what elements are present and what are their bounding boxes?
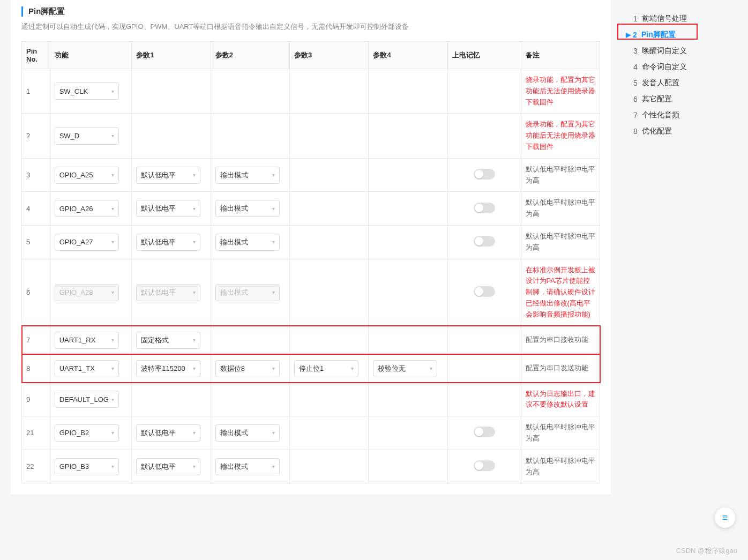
chevron-down-icon: ▾ — [193, 172, 196, 178]
chevron-down-icon: ▾ — [193, 430, 196, 436]
toc-item-5[interactable]: 5发音人配置 — [626, 75, 718, 91]
toc-item-4[interactable]: 4命令词自定义 — [626, 59, 718, 75]
toc-sidebar: 1前端信号处理▶2Pin脚配置3唤醒词自定义4命令词自定义5发音人配置6其它配置… — [611, 0, 718, 494]
chevron-down-icon: ▾ — [111, 289, 114, 295]
th-memory: 上电记忆 — [447, 42, 521, 69]
chevron-down-icon: ▾ — [111, 172, 114, 178]
param2-select[interactable]: 输出模式▾ — [215, 424, 280, 442]
toc-num: 2 — [633, 31, 641, 39]
pin-no-cell: 21 — [22, 416, 50, 450]
toc-label: 唤醒词自定义 — [642, 46, 687, 56]
toc-label: 其它配置 — [642, 94, 672, 104]
pin-no-cell: 9 — [22, 383, 50, 416]
param2-select[interactable]: 输出模式▾ — [215, 167, 280, 184]
note-cell: 默认低电平时脉冲电平为高 — [521, 416, 600, 450]
chevron-down-icon: ▾ — [272, 464, 275, 469]
table-row: 6GPIO_A28▾默认低电平▾输出模式▾在标准示例开发板上被设计为PA芯片使能… — [22, 259, 600, 326]
param1-select[interactable]: 默认低电平▾ — [136, 167, 200, 184]
toc-num: 6 — [633, 95, 642, 103]
memory-toggle[interactable] — [474, 203, 495, 213]
memory-toggle[interactable] — [474, 236, 495, 247]
pin-no-cell: 7 — [22, 326, 50, 354]
toc-item-7[interactable]: 7个性化音频 — [626, 107, 718, 123]
note-cell: 默认低电平时脉冲电平为高 — [521, 192, 600, 226]
chevron-down-icon: ▾ — [111, 397, 114, 402]
param1-select[interactable]: 默认低电平▾ — [136, 458, 200, 475]
func-select[interactable]: GPIO_B2▾ — [55, 424, 119, 442]
table-row: 3GPIO_A25▾默认低电平▾输出模式▾默认低电平时脉冲电平为高 — [22, 158, 600, 192]
func-select[interactable]: SW_D▾ — [55, 128, 119, 145]
func-select[interactable]: SW_CLK▾ — [55, 83, 119, 100]
chevron-down-icon: ▾ — [111, 365, 114, 371]
chevron-down-icon: ▾ — [272, 289, 275, 295]
toc-item-3[interactable]: 3唤醒词自定义 — [626, 43, 718, 59]
param3-select[interactable]: 停止位1▾ — [294, 360, 358, 377]
param1-select: 默认低电平▾ — [136, 284, 200, 301]
pin-no-cell: 6 — [22, 259, 50, 326]
param2-select[interactable]: 数据位8▾ — [215, 360, 280, 377]
pin-no-cell: 4 — [22, 192, 50, 226]
chevron-down-icon: ▾ — [272, 430, 275, 436]
param1-select[interactable]: 波特率115200▾ — [136, 360, 200, 377]
chevron-down-icon: ▾ — [111, 133, 114, 139]
toc-item-2[interactable]: ▶2Pin脚配置 — [626, 27, 718, 43]
chevron-down-icon: ▾ — [111, 464, 114, 469]
toc-item-1[interactable]: 1前端信号处理 — [626, 11, 718, 27]
note-cell: 默认低电平时脉冲电平为高 — [521, 225, 600, 259]
chevron-down-icon: ▾ — [351, 365, 354, 371]
toc-num: 1 — [633, 14, 642, 23]
toc-num: 3 — [633, 47, 642, 55]
table-row: 22GPIO_B3▾默认低电平▾输出模式▾默认低电平时脉冲电平为高 — [22, 450, 600, 483]
chevron-down-icon: ▾ — [193, 239, 196, 245]
func-select[interactable]: GPIO_A25▾ — [55, 167, 119, 184]
pin-no-cell: 8 — [22, 354, 50, 383]
th-p3: 参数3 — [290, 42, 369, 69]
param1-select[interactable]: 默认低电平▾ — [136, 234, 200, 251]
chevron-down-icon: ▾ — [193, 337, 196, 343]
func-select[interactable]: GPIO_B3▾ — [55, 458, 119, 475]
param2-select: 输出模式▾ — [215, 284, 280, 301]
func-select[interactable]: UART1_TX▾ — [55, 360, 119, 377]
toc-num: 4 — [633, 63, 642, 71]
table-row: 7UART1_RX▾固定格式▾配置为串口接收功能 — [22, 326, 600, 354]
section-description: 通过定制可以自动生成代码，实现GPIO、PWM、UART等端口根据语音指令输出自… — [21, 22, 600, 32]
toc-item-8[interactable]: 8优化配置 — [626, 123, 718, 139]
chevron-down-icon: ▾ — [111, 430, 114, 436]
memory-toggle[interactable] — [474, 427, 495, 437]
th-p1: 参数1 — [132, 42, 211, 69]
memory-toggle[interactable] — [474, 460, 495, 471]
chevron-down-icon: ▾ — [193, 289, 196, 295]
func-select[interactable]: DEFAULT_LOG▾ — [55, 391, 119, 408]
func-select[interactable]: GPIO_A27▾ — [55, 234, 119, 251]
param1-select[interactable]: 固定格式▾ — [136, 332, 200, 349]
toc-label: 发音人配置 — [642, 78, 679, 88]
chevron-down-icon: ▾ — [193, 464, 196, 469]
toc-item-6[interactable]: 6其它配置 — [626, 91, 718, 107]
pin-no-cell: 1 — [22, 69, 50, 114]
note-cell: 默认为日志输出口，建议不要修改默认设置 — [521, 383, 600, 416]
th-note: 备注 — [521, 42, 600, 69]
toc-num: 8 — [633, 127, 642, 136]
section-title: Pin脚配置 — [21, 6, 600, 17]
chevron-down-icon: ▾ — [111, 206, 114, 212]
param1-select[interactable]: 默认低电平▾ — [136, 200, 200, 217]
pin-config-table: Pin No. 功能 参数1 参数2 参数3 参数4 上电记忆 备注 1SW_C… — [21, 41, 600, 483]
memory-toggle — [474, 286, 495, 297]
param2-select[interactable]: 输出模式▾ — [215, 200, 280, 217]
memory-toggle[interactable] — [474, 169, 495, 180]
func-select[interactable]: GPIO_A26▾ — [55, 200, 119, 217]
toc-num: 7 — [633, 111, 642, 120]
param4-select[interactable]: 校验位无▾ — [373, 360, 437, 377]
chevron-down-icon: ▾ — [111, 239, 114, 245]
toc-label: 个性化音频 — [642, 110, 679, 120]
chevron-down-icon: ▾ — [111, 88, 114, 94]
note-cell: 在标准示例开发板上被设计为PA芯片使能控制脚，请确认硬件设计已经做出修改(高电平… — [521, 259, 600, 326]
param2-select[interactable]: 输出模式▾ — [215, 458, 280, 475]
chevron-down-icon: ▾ — [272, 239, 275, 245]
pin-no-cell: 5 — [22, 225, 50, 259]
param2-select[interactable]: 输出模式▾ — [215, 234, 280, 251]
toc-label: 前端信号处理 — [642, 14, 687, 24]
table-row: 5GPIO_A27▾默认低电平▾输出模式▾默认低电平时脉冲电平为高 — [22, 225, 600, 259]
func-select[interactable]: UART1_RX▾ — [55, 332, 119, 349]
param1-select[interactable]: 默认低电平▾ — [136, 424, 200, 442]
